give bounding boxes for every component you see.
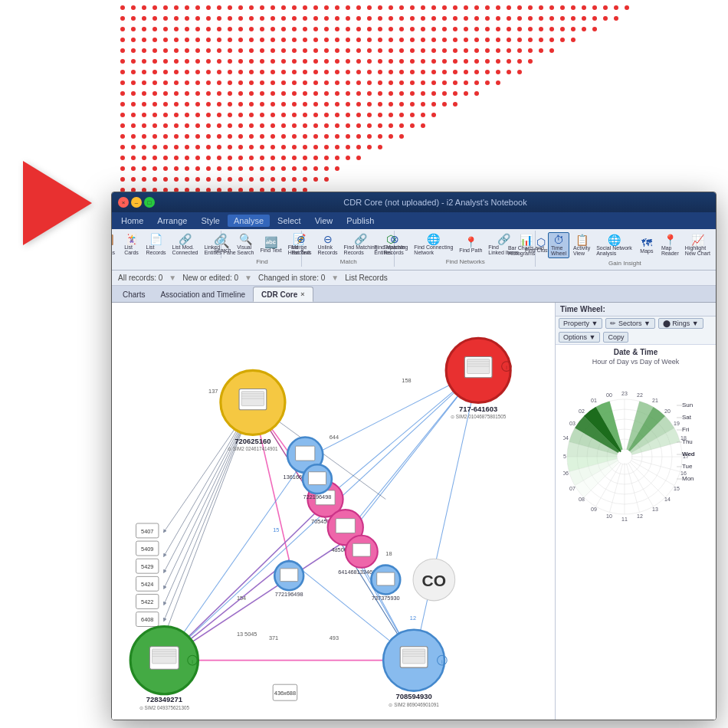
status-separator-1: ▼: [169, 274, 176, 282]
menu-item-home[interactable]: Home: [115, 215, 149, 227]
menu-bar: Home Arrange Style Analyse Select View P…: [112, 212, 716, 229]
node-blue-2[interactable]: 737375930: [371, 566, 400, 602]
svg-text:03: 03: [569, 421, 576, 426]
time-wheel-button[interactable]: ⏱ TimeWheel: [548, 232, 569, 258]
map-reader-button[interactable]: 📍 MapReader: [659, 233, 681, 257]
minimize-button[interactable]: –: [131, 197, 142, 208]
svg-text:07: 07: [569, 486, 576, 491]
title-bar: × – □ CDR Core (not uploaded) - i2 Analy…: [112, 192, 716, 212]
node-bottom-small-1[interactable]: 436x688: [273, 684, 297, 700]
find-connecting-network-button[interactable]: 🌐 Find ConnectingNetwork: [412, 232, 455, 257]
node-blue-3[interactable]: 772196498: [274, 561, 303, 597]
tab-charts[interactable]: Charts: [115, 287, 152, 302]
svg-text:154: 154: [237, 595, 246, 602]
svg-text:23: 23: [621, 391, 628, 396]
svg-text:21: 21: [652, 398, 658, 403]
tw-chart-title: Date & Time: [614, 348, 658, 356]
tw-sectors-btn[interactable]: ✏ Sectors ▼: [605, 318, 654, 329]
time-wheel-toolbar: Property ▼ ✏ Sectors ▼ ⬤ Rings ▼ Options…: [556, 316, 716, 345]
node-708594930[interactable]: 708594930 ⊙ SIM2 869046901091 i: [383, 630, 447, 707]
tw-copy-btn[interactable]: Copy: [603, 332, 628, 343]
dot-pattern-decoration: [115, 0, 697, 199]
svg-text:13 5045: 13 5045: [237, 631, 257, 638]
svg-text:371: 371: [269, 635, 278, 641]
node-728349271[interactable]: 728349271 ⊙ SIM2 049375621305 i: [130, 627, 198, 710]
svg-text:Thu: Thu: [682, 438, 693, 445]
highlight-new-chart-button[interactable]: 📈 HighlightNew Chart: [683, 233, 713, 257]
tab-close-icon[interactable]: ×: [300, 290, 304, 298]
svg-text:137: 137: [208, 388, 218, 395]
svg-text:158: 158: [402, 377, 411, 384]
tw-rings-btn[interactable]: ⬤ Rings ▼: [658, 318, 703, 329]
svg-text:772196498: 772196498: [275, 591, 303, 598]
toolbar-group-gain-insight: 📊 Bar Charts andHistograms ⏱ TimeWheel 📋…: [537, 231, 713, 268]
tw-chart-subtitle: Hour of Day vs Day of Week: [592, 358, 679, 366]
time-wheel-content: Date & Time Hour of Day vs Day of Week: [556, 345, 716, 720]
small-node-5422[interactable]: 5422: [136, 594, 159, 608]
unlink-records-button[interactable]: ⊖ UnlinkRecords: [316, 232, 340, 257]
svg-text:13: 13: [652, 507, 658, 512]
svg-text:728349271: 728349271: [146, 695, 182, 703]
find-path-button[interactable]: 📍 Find Path: [457, 235, 484, 254]
social-network-analysis-button[interactable]: 🌐 Social NetworkAnalysis: [594, 233, 635, 257]
copy-to-new-chart-button[interactable]: 📋 Copy toNew Chart: [714, 233, 717, 257]
window-controls[interactable]: × – □: [118, 197, 155, 208]
svg-rect-99: [280, 569, 298, 582]
small-node-6408[interactable]: 6408: [136, 612, 159, 627]
small-node-5429[interactable]: 5429: [136, 559, 159, 573]
svg-text:12: 12: [637, 513, 643, 519]
menu-item-publish[interactable]: Publish: [340, 215, 380, 227]
list-records-button[interactable]: 📄 ListRecords: [144, 232, 169, 257]
svg-text:12: 12: [410, 615, 416, 621]
network-diagram-area[interactable]: 5407 5409 5429 5424 5422: [112, 303, 555, 720]
menu-item-select[interactable]: Select: [271, 215, 307, 227]
play-button[interactable]: [23, 161, 92, 245]
svg-text:720625160: 720625160: [234, 437, 271, 445]
tab-bar: Charts Association and Timeline CDR Core…: [112, 286, 716, 303]
tab-charts-label: Charts: [123, 290, 145, 299]
small-node-5409[interactable]: 5409: [136, 541, 159, 556]
svg-text:10: 10: [606, 513, 612, 519]
maps-button[interactable]: 🗺 Maps: [636, 236, 657, 255]
node-blue-1[interactable]: 722196498: [303, 464, 332, 500]
svg-text:15: 15: [674, 486, 680, 491]
status-bar: All records: 0 ▼ New or edited: 0 ▼ Chan…: [112, 271, 716, 286]
small-node-5424[interactable]: 5424: [136, 576, 159, 591]
small-node-5407[interactable]: 5407: [136, 523, 159, 538]
status-list-records: List Records: [345, 274, 388, 282]
bar-charts-button[interactable]: 📊 Bar Charts andHistograms: [506, 233, 546, 257]
node-717641603[interactable]: 717-641603 ⊙ SIM2 01046875801505 i: [446, 338, 511, 419]
svg-text:⊙ SIM2 049375621305: ⊙ SIM2 049375621305: [139, 705, 190, 710]
tab-cdr-core[interactable]: CDR Core ×: [253, 287, 313, 302]
menu-item-arrange[interactable]: Arrange: [151, 215, 193, 227]
find-matching-entities-button[interactable]: ⬡ Find MatchingEntities: [372, 232, 410, 257]
svg-text:11: 11: [621, 516, 628, 522]
menu-item-analyse[interactable]: Analyse: [228, 215, 270, 227]
activity-view-button[interactable]: 📋 ActivityView: [571, 233, 592, 257]
svg-text:19: 19: [674, 421, 680, 426]
find-text-button[interactable]: 🔤 Find Text: [258, 235, 284, 254]
svg-text:5429: 5429: [141, 563, 153, 570]
visual-search-button[interactable]: 🔍 VisualSearch: [234, 232, 256, 257]
svg-rect-87: [336, 519, 355, 533]
list-cards-button[interactable]: 🃏 ListCards: [121, 232, 143, 257]
merge-records-button[interactable]: ⊕ MergeRecords: [289, 232, 313, 257]
tab-cdr-label: CDR Core: [261, 290, 297, 299]
search-button[interactable]: 🔍 Search: [212, 235, 233, 254]
status-changed-in-store: Changed in store: 0: [258, 274, 325, 282]
tab-association-label: Association and Timeline: [160, 290, 245, 299]
tab-association-timeline[interactable]: Association and Timeline: [152, 287, 253, 302]
close-button[interactable]: ×: [118, 197, 129, 208]
tw-property-btn[interactable]: Property ▼: [559, 318, 602, 329]
maximize-button[interactable]: □: [144, 197, 155, 208]
co-badge: CO: [413, 559, 455, 601]
svg-text:⊙ SIM2 01046875801505: ⊙ SIM2 01046875801505: [451, 414, 507, 419]
tw-options-btn[interactable]: Options ▼: [559, 332, 600, 343]
svg-text:06: 06: [563, 471, 569, 476]
list-mod-connected-button[interactable]: 🔗 List Mod.Connected: [170, 232, 201, 257]
list-items-button[interactable]: 📋 ListItems: [111, 232, 120, 257]
svg-text:5422: 5422: [141, 598, 153, 605]
menu-item-style[interactable]: Style: [195, 215, 225, 227]
menu-item-view[interactable]: View: [309, 215, 339, 227]
svg-text:644: 644: [330, 434, 339, 441]
